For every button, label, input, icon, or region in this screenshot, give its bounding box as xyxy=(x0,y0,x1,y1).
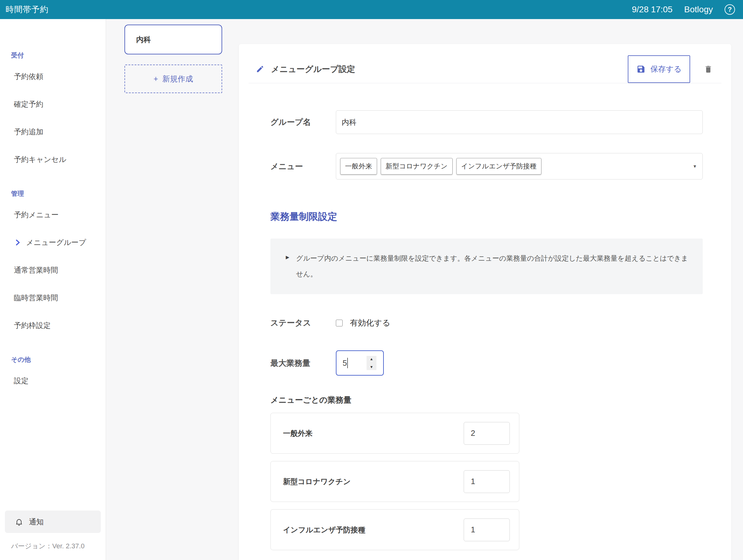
workload-card-label: インフルエンザ予防接種 xyxy=(283,525,365,535)
header-right: 9/28 17:05 Botlogy ? xyxy=(632,4,735,15)
chevron-right-icon xyxy=(14,239,22,247)
max-workload-row: 最大業務量 5 ▲ ▼ xyxy=(270,350,703,376)
workload-card-covid-vaccine: 新型コロナワクチン xyxy=(270,461,519,502)
app-title: 時間帯予約 xyxy=(5,4,49,15)
enable-checkbox[interactable] xyxy=(336,320,343,327)
sidebar-item-settings[interactable]: 設定 xyxy=(0,367,106,395)
app-header: 時間帯予約 9/28 17:05 Botlogy ? xyxy=(0,0,743,19)
sidebar-bottom: 通知 バージョン：Ver. 2.37.0 xyxy=(0,511,106,551)
workload-card-general: 一般外来 xyxy=(270,413,519,454)
help-icon[interactable]: ? xyxy=(725,4,735,15)
version-text: バージョン：Ver. 2.37.0 xyxy=(5,533,101,551)
workload-card-flu-vaccine: インフルエンザ予防接種 xyxy=(270,509,519,550)
sidebar-item-menu-group[interactable]: メニューグループ xyxy=(0,229,106,256)
panel-title-wrap: メニューグループ設定 xyxy=(256,63,355,75)
menu-tag[interactable]: インフルエンザ予防接種 xyxy=(456,158,542,175)
workload-input-general[interactable] xyxy=(464,422,510,445)
group-name-input[interactable] xyxy=(336,110,703,134)
sidebar: 受付 予約依頼 確定予約 予約追加 予約キャンセル 管理 予約メニュー メニュー… xyxy=(0,19,106,560)
sidebar-item-cancel-reservation[interactable]: 予約キャンセル xyxy=(0,146,106,173)
workload-card-label: 新型コロナワクチン xyxy=(283,477,351,486)
sidebar-item-reservation-menu[interactable]: 予約メニュー xyxy=(0,201,106,229)
group-name-label: グループ名 xyxy=(270,117,336,128)
nav-section-header: 受付 xyxy=(0,51,106,63)
workload-input-covid-vaccine[interactable] xyxy=(464,470,510,493)
workload-card-label: 一般外来 xyxy=(283,428,312,438)
bell-icon xyxy=(15,518,24,526)
triangle-right-icon: ▶ xyxy=(286,251,290,282)
enable-checkbox-label[interactable]: 有効化する xyxy=(336,317,390,328)
max-workload-label: 最大業務量 xyxy=(270,358,336,369)
workload-input-flu-vaccine[interactable] xyxy=(464,518,510,541)
sidebar-item-regular-hours[interactable]: 通常営業時間 xyxy=(0,256,106,284)
status-label: ステータス xyxy=(270,317,336,328)
nav-section-other: その他 設定 xyxy=(0,355,106,395)
sidebar-item-slot-settings[interactable]: 予約枠設定 xyxy=(0,312,106,339)
sidebar-item-confirmed-reservation[interactable]: 確定予約 xyxy=(0,90,106,118)
nav-section-reception: 受付 予約依頼 確定予約 予約追加 予約キャンセル xyxy=(0,51,106,173)
pencil-icon xyxy=(256,65,264,73)
notification-button[interactable]: 通知 xyxy=(5,511,101,533)
create-group-button[interactable]: + 新規作成 xyxy=(124,64,222,93)
nav-section-management: 管理 予約メニュー メニューグループ 通常営業時間 臨時営業時間 予約枠設定 xyxy=(0,189,106,339)
text-cursor xyxy=(347,358,348,368)
header-account[interactable]: Botlogy xyxy=(684,5,713,14)
panel-actions: 保存する xyxy=(628,55,713,83)
menu-tag[interactable]: 一般外来 xyxy=(340,158,377,175)
max-workload-input[interactable]: 5 ▲ ▼ xyxy=(336,350,384,376)
menu-tag[interactable]: 新型コロナワクチン xyxy=(381,158,453,175)
number-spinner[interactable]: ▲ ▼ xyxy=(366,356,377,370)
chevron-down-icon: ▼ xyxy=(693,164,697,169)
sidebar-item-temporary-hours[interactable]: 臨時営業時間 xyxy=(0,284,106,312)
trash-icon xyxy=(704,64,713,74)
sidebar-item-reservation-request[interactable]: 予約依頼 xyxy=(0,63,106,90)
menu-group-form: グループ名 メニュー 一般外来 新型コロナワクチン インフルエンザ予防接種 ▼ … xyxy=(270,110,703,550)
menu-group-settings-panel: メニューグループ設定 保存する xyxy=(239,44,731,560)
sidebar-item-add-reservation[interactable]: 予約追加 xyxy=(0,118,106,146)
workload-limit-heading: 業務量制限設定 xyxy=(270,210,703,223)
nav-section-header: 管理 xyxy=(0,189,106,201)
spinner-up-icon[interactable]: ▲ xyxy=(370,357,373,361)
panel-header: メニューグループ設定 保存する xyxy=(249,55,722,83)
spinner-down-icon[interactable]: ▼ xyxy=(370,365,373,369)
header-datetime: 9/28 17:05 xyxy=(632,5,672,14)
workload-info-text: グループ内のメニューに業務量制限を設定できます。各メニューの業務量の合計が設定し… xyxy=(296,251,691,282)
plus-icon: + xyxy=(154,74,158,83)
menu-multiselect[interactable]: 一般外来 新型コロナワクチン インフルエンザ予防接種 ▼ xyxy=(336,153,703,179)
menu-label: メニュー xyxy=(270,153,336,172)
per-menu-workload-heading: メニューごとの業務量 xyxy=(270,395,703,405)
sidebar-nav: 受付 予約依頼 確定予約 予約追加 予約キャンセル 管理 予約メニュー メニュー… xyxy=(0,51,106,395)
status-row: ステータス 有効化する xyxy=(270,317,703,328)
delete-group-button[interactable] xyxy=(704,64,713,74)
workload-info-box: ▶ グループ内のメニューに業務量制限を設定できます。各メニューの業務量の合計が設… xyxy=(270,239,703,294)
menu-row: メニュー 一般外来 新型コロナワクチン インフルエンザ予防接種 ▼ xyxy=(270,153,703,179)
group-list-column: 内科 + 新規作成 xyxy=(106,19,239,560)
floppy-disk-icon xyxy=(637,64,646,74)
save-button[interactable]: 保存する xyxy=(628,55,690,83)
page-title: メニューグループ設定 xyxy=(271,63,355,75)
nav-section-header: その他 xyxy=(0,355,106,367)
group-card-naika[interactable]: 内科 xyxy=(124,25,222,54)
group-name-row: グループ名 xyxy=(270,110,703,134)
